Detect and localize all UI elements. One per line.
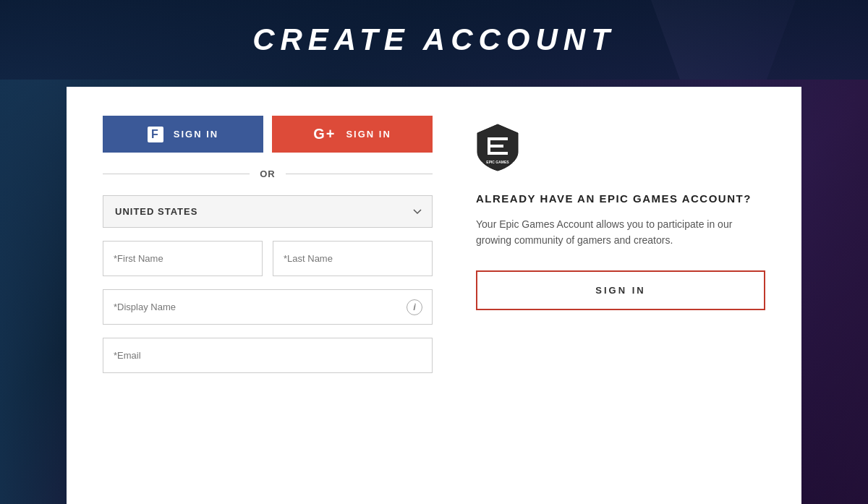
left-panel: f SIGN IN G+ SIGN IN OR UNITED STATES CA… [103, 116, 433, 475]
display-name-info-icon[interactable]: i [407, 299, 422, 315]
first-name-input[interactable] [103, 241, 263, 276]
facebook-label: SIGN IN [174, 129, 218, 140]
svg-rect-3 [488, 137, 490, 155]
display-name-wrap: i [103, 289, 433, 325]
country-select[interactable]: UNITED STATES CANADA UNITED KINGDOM AUST… [103, 195, 433, 228]
or-line-right [286, 174, 433, 174]
or-line-left [103, 174, 250, 174]
display-name-input[interactable] [103, 289, 433, 325]
epic-shield-icon: EPIC GAMES [476, 123, 519, 172]
right-panel: EPIC GAMES ALREADY HAVE AN EPIC GAMES AC… [476, 116, 765, 475]
already-desc: Your Epic Games Account allows you to pa… [476, 216, 765, 249]
facebook-signin-button[interactable]: f SIGN IN [103, 116, 263, 153]
svg-rect-2 [488, 152, 508, 155]
header: CREATE ACCOUNT [0, 0, 868, 80]
svg-rect-0 [488, 137, 508, 140]
modal-card: f SIGN IN G+ SIGN IN OR UNITED STATES CA… [67, 87, 801, 504]
page-title: CREATE ACCOUNT [252, 22, 616, 57]
or-divider: OR [103, 168, 433, 179]
social-buttons-row: f SIGN IN G+ SIGN IN [103, 116, 433, 153]
epic-signin-button[interactable]: SIGN IN [476, 270, 765, 310]
epic-games-logo: EPIC GAMES [476, 123, 765, 175]
name-row [103, 241, 433, 276]
google-plus-icon: G+ [313, 126, 336, 142]
facebook-icon: f [148, 127, 163, 142]
email-input[interactable] [103, 338, 433, 373]
already-title: ALREADY HAVE AN EPIC GAMES ACCOUNT? [476, 192, 765, 205]
email-wrap [103, 338, 433, 373]
last-name-input[interactable] [273, 241, 433, 276]
google-signin-button[interactable]: G+ SIGN IN [272, 116, 433, 153]
country-select-wrap: UNITED STATES CANADA UNITED KINGDOM AUST… [103, 195, 433, 228]
svg-text:EPIC GAMES: EPIC GAMES [486, 160, 509, 164]
google-label: SIGN IN [346, 129, 391, 140]
or-text: OR [260, 168, 276, 179]
